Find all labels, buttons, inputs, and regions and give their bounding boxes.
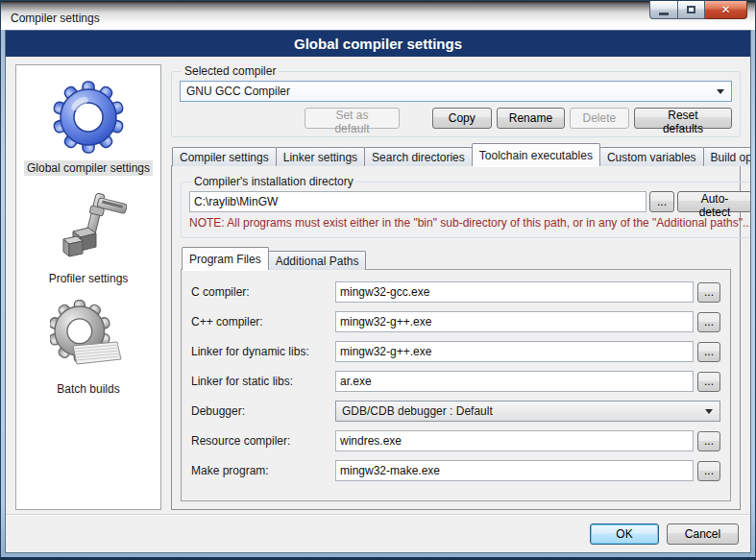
rename-button[interactable]: Rename [497,108,565,129]
resource-compiler-input[interactable] [335,430,694,451]
field-row-dynamic-linker: Linker for dynamic libs: ... [191,341,720,362]
tab-linker-settings[interactable]: Linker settings [276,147,365,166]
compiler-actions: Set as default Copy Rename Delete Reset … [180,108,732,129]
install-dir-browse-button[interactable]: ... [649,191,674,212]
subtab-program-files[interactable]: Program Files [182,247,269,270]
field-row-c-compiler: C compiler: ... [191,281,720,303]
install-dir-legend: Compiler's installation directory [191,175,356,188]
c-compiler-input[interactable] [335,281,694,303]
make-program-browse-button[interactable]: ... [697,461,720,481]
tab-toolchain-executables[interactable]: Toolchain executables [472,143,600,166]
sidebar-item-global-compiler-settings[interactable]: Global compiler settings [16,71,160,182]
sidebar-item-label: Batch builds [54,381,122,397]
field-label: Linker for static libs: [191,375,335,388]
compiler-select-value: GNU GCC Compiler [186,85,290,98]
make-program-input[interactable] [335,460,694,481]
tab-custom-variables[interactable]: Custom variables [599,147,704,166]
c-compiler-browse-button[interactable]: ... [697,282,720,303]
tab-build-options[interactable]: Build options [703,147,751,166]
field-label: C++ compiler: [191,315,335,329]
sidebar-item-label: Global compiler settings [24,160,153,176]
install-dir-group: Compiler's installation directory ... Au… [181,175,751,238]
install-dir-input[interactable] [189,191,646,212]
blue-gear-icon [50,79,127,156]
close-button[interactable]: ✕ [705,1,747,19]
tab-compiler-settings[interactable]: Compiler settings [172,147,277,166]
reset-defaults-button[interactable]: Reset defaults [634,108,732,129]
programs-tabstrip: Program Files Additional Paths [181,247,731,270]
resource-compiler-browse-button[interactable]: ... [697,431,720,451]
selected-compiler-legend: Selected compiler [182,64,279,78]
copy-button[interactable]: Copy [432,108,492,129]
selected-compiler-group: Selected compiler GNU GCC Compiler Set a… [171,64,741,137]
window-controls: ✕ [649,1,747,19]
debugger-select-value: GDB/CDB debugger : Default [342,404,493,418]
window-body: Global compiler settings [5,30,751,553]
field-row-cpp-compiler: C++ compiler: ... [191,311,720,332]
field-label: Make program: [191,464,335,477]
ok-button[interactable]: OK [590,523,659,545]
chevron-down-icon [705,409,713,414]
set-as-default-button: Set as default [305,108,400,129]
body-row: Global compiler settings [6,57,750,514]
sidebar-item-label: Profiler settings [46,271,132,286]
dynamic-linker-input[interactable] [335,341,694,362]
delete-button: Delete [570,108,629,129]
chevron-down-icon [717,89,724,94]
maximize-icon [687,6,695,13]
field-label: Resource compiler: [191,434,335,448]
window-title: Compiler settings [1,6,100,25]
field-label: Linker for dynamic libs: [191,345,335,358]
page-title: Global compiler settings [6,31,750,57]
minimize-button[interactable] [649,1,678,19]
field-label: Debugger: [191,404,335,418]
sidebar-item-batch-builds[interactable]: Batch builds [16,292,160,402]
cancel-button[interactable]: Cancel [667,523,739,545]
subtab-additional-paths[interactable]: Additional Paths [268,251,367,270]
field-label: C compiler: [191,285,335,299]
dialog-footer: OK Cancel [6,514,750,552]
toolchain-executables-panel: Compiler's installation directory ... Au… [171,165,741,510]
install-dir-row: ... Auto-detect [189,191,751,212]
title-bar[interactable]: Compiler settings ✕ [1,1,755,30]
install-dir-note: NOTE: All programs must exist either in … [189,216,751,230]
field-row-debugger: Debugger: GDB/CDB debugger : Default [191,401,720,422]
client-area: Global compiler settings [6,57,750,552]
close-icon: ✕ [720,3,730,16]
debugger-select[interactable]: GDB/CDB debugger : Default [335,401,720,422]
sidebar-item-profiler-settings[interactable]: Profiler settings [16,182,160,292]
program-files-panel: C compiler: ... C++ compiler: [181,269,731,501]
static-linker-input[interactable] [335,371,694,392]
static-linker-browse-button[interactable]: ... [697,372,720,392]
compiler-select[interactable]: GNU GCC Compiler [180,81,732,102]
settings-category-list: Global compiler settings [15,64,161,510]
main-tabstrip: Compiler settings Linker settings Search… [171,143,741,166]
cpp-compiler-browse-button[interactable]: ... [697,312,720,332]
field-row-static-linker: Linker for static libs: ... [191,371,720,392]
minimize-icon [659,12,669,15]
tab-search-directories[interactable]: Search directories [364,147,473,166]
cpp-compiler-input[interactable] [335,311,694,332]
gray-gear-icon [50,300,127,377]
maximize-button[interactable] [678,1,705,19]
caliper-icon [50,189,127,266]
auto-detect-button[interactable]: Auto-detect [677,191,751,212]
settings-panel: Selected compiler GNU GCC Compiler Set a… [171,64,741,510]
dynamic-linker-browse-button[interactable]: ... [697,342,720,362]
dialog-window: Compiler settings ✕ Global compiler sett… [0,0,756,560]
field-row-make-program: Make program: ... [191,460,720,481]
field-row-resource-compiler: Resource compiler: ... [191,430,720,451]
